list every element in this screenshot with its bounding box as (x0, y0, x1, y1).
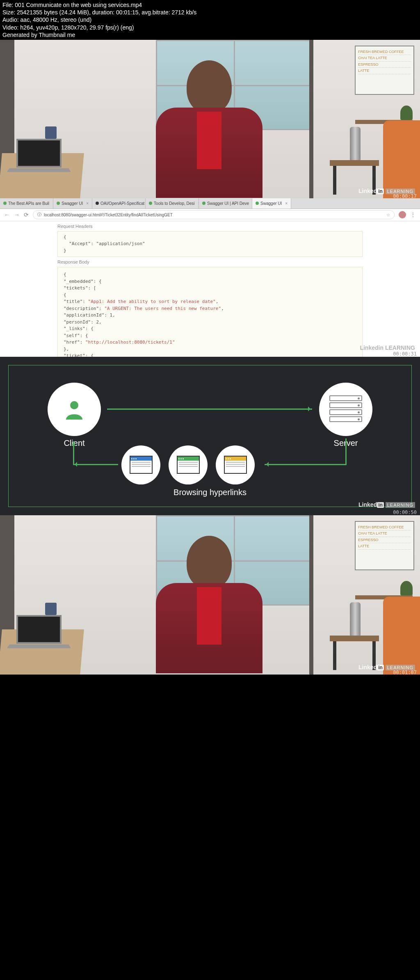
laptop (8, 139, 70, 178)
timestamp: 00:00:50 (393, 510, 417, 515)
thermos (350, 127, 361, 161)
orange-chair (383, 120, 420, 198)
video-metadata-header: File: 001 Communicate on the web using s… (0, 0, 420, 40)
meta-video: Video: h264, yuv420p, 1280x720, 29.97 fp… (2, 24, 418, 31)
server-icon (329, 395, 362, 423)
side-table (330, 636, 379, 641)
url-input[interactable]: ⓘ localhost:8080/swagger-ui.html#!/Ticke… (33, 210, 395, 219)
svg-point-0 (70, 401, 78, 409)
thumbnail-frame-1: FRESH BREWED COFFEE CHAI TEA LATTE ESPRE… (0, 40, 420, 198)
profile-avatar[interactable] (399, 211, 406, 218)
plant (400, 106, 413, 120)
timestamp: 00:00:31 (393, 351, 417, 357)
menu-icon[interactable]: ⋮ (410, 211, 416, 218)
diagram-border: Client Server Browsing hyperlinks (8, 365, 412, 507)
arrow-server-to-browsers (265, 464, 347, 465)
coffee-mug (45, 603, 57, 615)
browser-tab-bar: The Best APIs are Buil× Swagger UI× OAI/… (0, 198, 420, 209)
back-icon[interactable]: ← (4, 211, 10, 218)
browser-tab[interactable]: Tools to Develop, Desi× (146, 198, 199, 209)
laptop (8, 615, 70, 654)
arrow-segment (73, 464, 118, 465)
browser-node-3 (216, 445, 255, 484)
browser-tab[interactable]: The Best APIs are Buil× (0, 198, 53, 209)
coffee-mug (45, 126, 57, 139)
client-node (48, 383, 101, 436)
request-headers-label: Request Headers (57, 221, 363, 231)
browser-window-icon (130, 456, 153, 474)
browser-tab[interactable]: Swagger UI | API Deve× (199, 198, 252, 209)
browser-tab[interactable]: OAI/OpenAPI-Specificat× (92, 198, 146, 209)
meta-size: Size: 25421355 bytes (24.24 MiB), durati… (2, 9, 418, 16)
whiteboard: FRESH BREWED COFFEE CHAI TEA LATTE ESPRE… (355, 46, 414, 95)
browser-tab[interactable]: Swagger UI× (53, 198, 92, 209)
linkedin-learning-watermark: Linkedin LEARNING (360, 344, 415, 351)
arrow-browsers-to-client (73, 441, 74, 465)
meta-generated: Generated by Thumbnail me (2, 31, 418, 39)
presenter-person (152, 536, 267, 674)
forward-icon[interactable]: → (14, 211, 20, 218)
whiteboard: FRESH BREWED COFFEE CHAI TEA LATTE ESPRE… (355, 521, 414, 570)
browser-node-1 (121, 445, 160, 484)
request-headers-code: { "Accept": "application/json" } (57, 231, 363, 257)
browser-tab-active[interactable]: Swagger UI× (252, 198, 291, 209)
reload-icon[interactable]: ⟳ (24, 211, 29, 218)
response-body-label: Response Body (57, 257, 363, 267)
browser-window-icon (177, 456, 200, 474)
browser-url-bar: ← → ⟳ ⓘ localhost:8080/swagger-ui.html#!… (0, 209, 420, 221)
arrow-segment (345, 438, 347, 465)
close-icon[interactable]: × (86, 201, 89, 206)
plant (400, 581, 413, 595)
browser-window-icon (224, 456, 247, 474)
thumbnail-frame-2: The Best APIs are Buil× Swagger UI× OAI/… (0, 198, 420, 357)
info-icon: ⓘ (37, 212, 41, 218)
linkedin-learning-watermark: Linkedin LEARNING (358, 501, 415, 508)
thumbnail-frame-3: Client Server Browsing hyperlinks Linked… (0, 357, 420, 515)
browsing-hyperlinks-label: Browsing hyperlinks (148, 488, 272, 497)
wall-panel (309, 515, 313, 675)
close-icon[interactable]: × (285, 201, 288, 206)
browser-node-2 (169, 445, 208, 484)
thermos (350, 602, 361, 636)
thumbnail-frame-4: FRESH BREWED COFFEE CHAI TEA LATTE ESPRE… (0, 515, 420, 675)
server-node (319, 383, 372, 436)
arrow-client-to-server (107, 409, 312, 410)
orange-chair (383, 597, 420, 675)
presenter-person (152, 60, 267, 198)
wall-panel (309, 40, 313, 198)
meta-file: File: 001 Communicate on the web using s… (2, 1, 418, 9)
meta-audio: Audio: aac, 48000 Hz, stereo (und) (2, 16, 418, 23)
side-table (330, 160, 379, 166)
bookmark-star-icon[interactable]: ☆ (386, 213, 390, 217)
timestamp: 00:00:17 (393, 193, 417, 198)
timestamp: 00:01:07 (393, 670, 417, 675)
user-icon (62, 397, 87, 422)
